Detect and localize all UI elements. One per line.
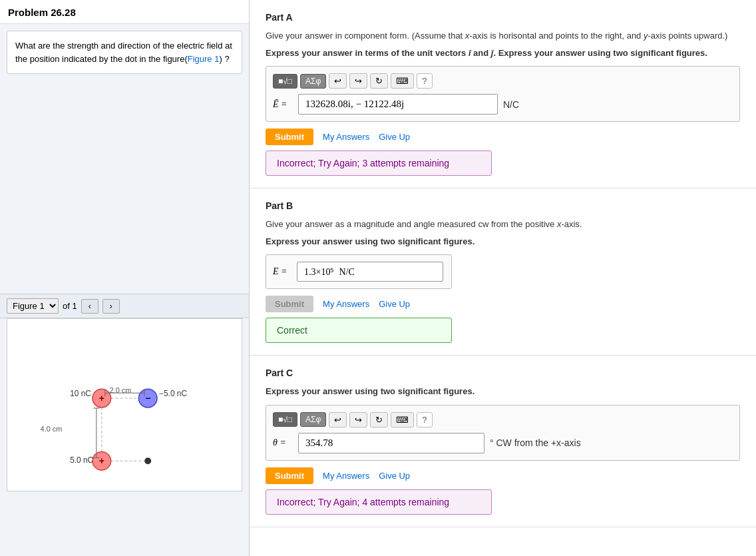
part-a-my-answers-btn[interactable]: My Answers xyxy=(323,132,369,142)
part-a-toolbar: ■√□ ΑΣφ ↩ ↪ ↻ ⌨ ? xyxy=(273,73,733,89)
part-b-math-label: E = xyxy=(273,266,291,277)
part-c-redo-btn[interactable]: ↪ xyxy=(349,412,367,427)
part-a-refresh-btn[interactable]: ↻ xyxy=(370,73,388,89)
part-c-help-btn[interactable]: ? xyxy=(417,412,432,427)
right-panel: Part A Give your answer in component for… xyxy=(250,0,756,556)
left-panel: Problem 26.28 What are the strength and … xyxy=(0,0,250,556)
part-c-refresh-btn[interactable]: ↻ xyxy=(370,412,388,427)
part-c-my-answers-btn[interactable]: My Answers xyxy=(323,471,369,481)
part-b-actions: Submit My Answers Give Up xyxy=(266,296,740,312)
part-a-section: Part A Give your answer in component for… xyxy=(250,0,756,188)
part-a-math-label: Ē = xyxy=(273,99,293,110)
part-a-label: Part A xyxy=(266,12,740,23)
part-c-label: Part C xyxy=(266,368,740,378)
part-b-give-up-btn[interactable]: Give Up xyxy=(379,299,410,309)
part-a-unit: N/C xyxy=(503,99,519,110)
figure-prev-button[interactable]: ‹ xyxy=(81,299,98,314)
svg-text:+: + xyxy=(99,455,104,466)
figure-link[interactable]: Figure 1 xyxy=(188,54,220,64)
part-c-math-label: θ = xyxy=(273,437,293,448)
part-a-symbol-btn[interactable]: ΑΣφ xyxy=(300,74,326,89)
part-b-math-row: E = xyxy=(273,262,445,282)
problem-title: Problem 26.28 xyxy=(0,0,249,24)
part-a-matrix-btn[interactable]: ■√□ xyxy=(273,74,297,89)
svg-text:−5.0 nC: −5.0 nC xyxy=(159,389,187,398)
part-c-math-input[interactable] xyxy=(298,433,484,453)
part-b-answer-box: E = xyxy=(266,254,452,289)
part-c-section: Part C Express your answer using two sig… xyxy=(250,356,756,527)
part-b-section: Part B Give your answer as a magnitude a… xyxy=(250,188,756,356)
part-c-matrix-btn[interactable]: ■√□ xyxy=(273,412,297,427)
svg-text:10 nC: 10 nC xyxy=(70,389,91,398)
part-a-feedback: Incorrect; Try Again; 3 attempts remaini… xyxy=(266,150,492,176)
part-b-instruction1: Give your answer as a magnitude and angl… xyxy=(266,218,740,231)
part-a-instruction1: Give your answer in component form. (Ass… xyxy=(266,29,740,43)
figure-of: of 1 xyxy=(63,301,77,311)
part-c-unit: ° CW from the +x-axis xyxy=(490,437,581,448)
part-c-give-up-btn[interactable]: Give Up xyxy=(379,471,410,481)
part-a-undo-btn[interactable]: ↩ xyxy=(329,73,347,89)
part-a-help-btn[interactable]: ? xyxy=(417,73,432,89)
part-a-math-row: Ē = N/C xyxy=(273,94,733,115)
part-c-feedback: Incorrect; Try Again; 4 attempts remaini… xyxy=(266,489,492,515)
part-b-math-input[interactable] xyxy=(297,262,443,282)
part-a-math-input[interactable] xyxy=(298,94,498,115)
part-b-submit-btn[interactable]: Submit xyxy=(266,296,313,312)
figure-box: + 10 nC 2.0 cm − −5.0 nC 4.0 cm + 5.0 nC xyxy=(7,318,242,491)
svg-text:+: + xyxy=(99,393,104,404)
part-b-my-answers-btn[interactable]: My Answers xyxy=(323,299,369,309)
part-c-toolbar: ■√□ ΑΣφ ↩ ↪ ↻ ⌨ ? xyxy=(273,412,733,427)
part-b-feedback: Correct xyxy=(266,318,452,343)
part-c-actions: Submit My Answers Give Up xyxy=(266,467,740,484)
part-b-instruction2: Express your answer using two significan… xyxy=(266,235,740,248)
description-end: ? xyxy=(222,54,230,64)
diagram-svg: + 10 nC 2.0 cm − −5.0 nC 4.0 cm + 5.0 nC xyxy=(7,319,242,491)
part-a-keyboard-btn[interactable]: ⌨ xyxy=(391,73,414,89)
figure-select[interactable]: Figure 1 xyxy=(7,298,59,314)
svg-text:4.0 cm: 4.0 cm xyxy=(41,425,63,433)
part-c-symbol-btn[interactable]: ΑΣφ xyxy=(300,412,326,427)
part-a-actions: Submit My Answers Give Up xyxy=(266,129,740,145)
part-c-answer-box: ■√□ ΑΣφ ↩ ↪ ↻ ⌨ ? θ = ° CW from the +x-a… xyxy=(266,405,740,461)
svg-text:−: − xyxy=(145,393,150,404)
part-c-instruction: Express your answer using two significan… xyxy=(266,385,740,398)
part-a-submit-btn[interactable]: Submit xyxy=(266,129,313,145)
svg-point-14 xyxy=(144,457,151,464)
part-c-math-row: θ = ° CW from the +x-axis xyxy=(273,433,733,453)
part-a-redo-btn[interactable]: ↪ xyxy=(349,73,367,89)
part-c-keyboard-btn[interactable]: ⌨ xyxy=(391,412,414,427)
part-c-undo-btn[interactable]: ↩ xyxy=(329,412,347,427)
part-a-instruction2: Express your answer in terms of the unit… xyxy=(266,47,740,60)
figure-next-button[interactable]: › xyxy=(102,299,120,314)
part-a-answer-box: ■√□ ΑΣφ ↩ ↪ ↻ ⌨ ? Ē = N/C xyxy=(266,66,740,122)
part-b-label: Part B xyxy=(266,200,740,211)
problem-description: What are the strength and direction of t… xyxy=(7,31,242,74)
svg-text:5.0 nC: 5.0 nC xyxy=(70,455,93,465)
part-a-give-up-btn[interactable]: Give Up xyxy=(379,132,410,142)
figure-controls: Figure 1 of 1 ‹ › xyxy=(0,294,249,318)
part-c-submit-btn[interactable]: Submit xyxy=(266,467,313,484)
